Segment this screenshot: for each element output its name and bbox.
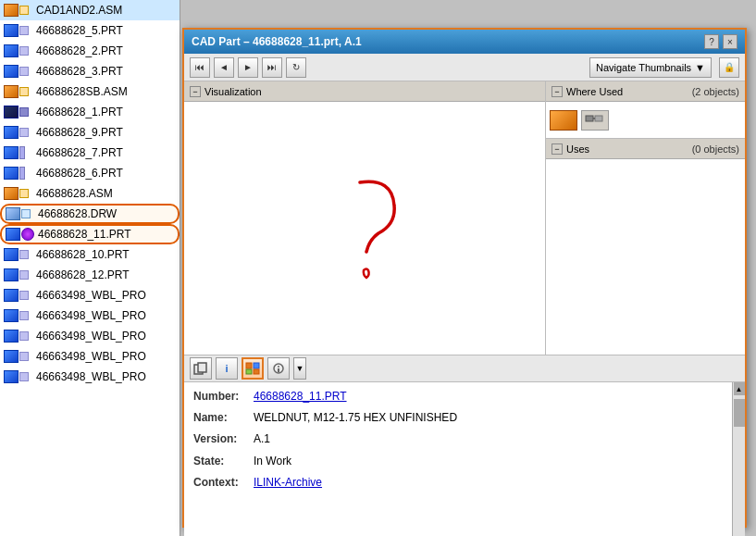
file-item-label: 46688628.ASM bbox=[36, 187, 113, 200]
copy-button[interactable] bbox=[190, 357, 212, 380]
cad-part-dialog: CAD Part – 46688628_11.prt, A.1 ? × ⏮ ◄ … bbox=[182, 28, 747, 528]
list-item[interactable]: 46688628.DRW bbox=[0, 204, 180, 224]
version-label: Version: bbox=[193, 430, 254, 448]
actions-icon bbox=[271, 362, 286, 375]
list-item[interactable]: 46688628SB.ASM bbox=[0, 81, 180, 102]
svg-rect-4 bbox=[198, 363, 206, 372]
uses-collapse-button[interactable]: − bbox=[552, 143, 563, 155]
list-item[interactable]: 46663498_WBL_PRO bbox=[0, 367, 180, 387]
file-item-label: 46688628_11.PRT bbox=[38, 228, 131, 241]
info-toolbar-dropdown[interactable]: ▼ bbox=[293, 357, 306, 380]
svg-rect-8 bbox=[254, 369, 259, 374]
info-number-row: Number: 46688628_11.PRT bbox=[193, 388, 723, 405]
properties-button[interactable] bbox=[242, 357, 264, 380]
where-used-item-2[interactable] bbox=[581, 106, 609, 134]
list-item[interactable]: 46663498_WBL_PRO bbox=[0, 285, 180, 305]
uses-content-area bbox=[546, 159, 745, 355]
nav-prev-button[interactable]: ◄ bbox=[214, 57, 234, 78]
navigate-thumbnails-dropdown[interactable]: Navigate Thumbnails ▼ bbox=[589, 57, 712, 78]
file-item-label: 46688628_5.PRT bbox=[36, 24, 123, 37]
nav-last-button[interactable]: ⏭ bbox=[262, 57, 282, 78]
file-item-label: 46688628_6.PRT bbox=[36, 167, 123, 180]
where-used-item-1[interactable] bbox=[550, 106, 577, 134]
list-item[interactable]: 46663498_WBL_PRO bbox=[0, 326, 180, 346]
scrollbar-thumb[interactable] bbox=[734, 399, 745, 427]
visualization-header-label: Visualization bbox=[204, 86, 262, 97]
file-type-icon bbox=[4, 124, 33, 141]
file-item-label: 46688628_2.PRT bbox=[36, 44, 123, 57]
dialog-window-controls: ? × bbox=[704, 34, 737, 49]
list-item[interactable]: 46688628_1.PRT bbox=[0, 102, 180, 122]
name-label: Name: bbox=[193, 409, 254, 427]
uses-label: Uses bbox=[566, 143, 589, 155]
list-item[interactable]: 46688628_3.PRT bbox=[0, 61, 180, 81]
context-label: Context: bbox=[193, 474, 254, 492]
info-content: Number: 46688628_11.PRT Name: WELDNUT, M… bbox=[184, 382, 732, 536]
uses-header: − Uses (0 objects) bbox=[546, 139, 745, 159]
list-item[interactable]: 46663498_WBL_PRO bbox=[0, 305, 180, 326]
file-item-label: 46663498_WBL_PRO bbox=[36, 289, 146, 302]
wu-icon2-svg bbox=[584, 112, 606, 129]
list-item[interactable]: 46688628_5.PRT bbox=[0, 20, 180, 41]
where-used-icon-1 bbox=[550, 110, 577, 131]
nav-refresh-button[interactable]: ↻ bbox=[286, 57, 306, 78]
visualization-collapse-button[interactable]: − bbox=[190, 86, 201, 97]
number-label: Number: bbox=[193, 388, 254, 405]
list-item[interactable]: 46688628_7.PRT bbox=[0, 143, 180, 163]
visualization-header: − Visualization bbox=[184, 81, 545, 102]
where-used-collapse-button[interactable]: − bbox=[552, 86, 563, 97]
list-item[interactable]: 46688628_12.PRT bbox=[0, 265, 180, 285]
where-used-label: Where Used bbox=[566, 86, 623, 97]
file-item-label: 46688628_12.PRT bbox=[36, 268, 130, 281]
actions-button[interactable] bbox=[267, 357, 290, 380]
list-item[interactable]: 46688628_6.PRT bbox=[0, 163, 180, 183]
context-value[interactable]: ILINK-Archive bbox=[254, 474, 322, 492]
list-item[interactable]: 46688628_2.PRT bbox=[0, 41, 180, 61]
visualization-content bbox=[184, 102, 545, 355]
info-icon: i bbox=[225, 363, 228, 374]
file-type-icon bbox=[4, 104, 33, 120]
state-label: State: bbox=[193, 453, 254, 470]
dialog-help-button[interactable]: ? bbox=[704, 34, 719, 49]
info-button[interactable]: i bbox=[216, 357, 238, 380]
file-item-label: 46688628_9.PRT bbox=[36, 126, 123, 139]
file-type-icon bbox=[4, 287, 33, 304]
where-used-count: (2 objects) bbox=[692, 86, 739, 97]
file-item-label: 46663498_WBL_PRO bbox=[36, 350, 146, 363]
copy-icon bbox=[193, 362, 208, 375]
list-item[interactable]: CAD1AND2.ASM bbox=[0, 0, 180, 20]
file-item-label: 46663498_WBL_PRO bbox=[36, 330, 146, 343]
where-used-header: − Where Used (2 objects) bbox=[546, 81, 745, 102]
nav-first-button[interactable]: ⏮ bbox=[190, 57, 210, 78]
file-type-icon bbox=[4, 267, 33, 283]
content-split: − Visualization − Where Used bbox=[184, 81, 745, 355]
file-item-label: 46688628_1.PRT bbox=[36, 106, 123, 118]
file-type-icon bbox=[4, 348, 33, 365]
visualization-question-mark bbox=[309, 155, 420, 303]
file-item-label: 46688628_7.PRT bbox=[36, 146, 123, 159]
file-item-label: 46688628.DRW bbox=[38, 207, 117, 220]
lock-button[interactable]: 🔒 bbox=[719, 57, 739, 78]
where-used-items-area bbox=[546, 102, 745, 139]
info-name-row: Name: WELDNUT, M12-1.75 HEX UNFINISHED bbox=[193, 409, 723, 427]
number-value[interactable]: 46688628_11.PRT bbox=[254, 388, 347, 405]
list-item[interactable]: 46688628_9.PRT bbox=[0, 122, 180, 143]
state-value: In Work bbox=[254, 453, 291, 470]
list-item[interactable]: 46688628_11.PRT bbox=[0, 224, 180, 244]
uses-count: (0 objects) bbox=[692, 143, 739, 155]
file-item-label: CAD1AND2.ASM bbox=[36, 4, 122, 17]
file-type-icon bbox=[4, 307, 33, 324]
file-item-label: 46688628_10.PRT bbox=[36, 248, 130, 261]
file-type-icon bbox=[4, 165, 33, 181]
nav-next-button[interactable]: ► bbox=[238, 57, 258, 78]
list-item[interactable]: 46663498_WBL_PRO bbox=[0, 346, 180, 367]
file-type-icon bbox=[4, 63, 33, 80]
dialog-close-button[interactable]: × bbox=[723, 34, 737, 49]
info-context-row: Context: ILINK-Archive bbox=[193, 474, 723, 492]
file-type-icon bbox=[4, 185, 33, 202]
info-state-row: State: In Work bbox=[193, 453, 723, 470]
list-item[interactable]: 46688628_10.PRT bbox=[0, 244, 180, 265]
file-type-icon bbox=[4, 246, 33, 263]
list-item[interactable]: 46688628.ASM bbox=[0, 183, 180, 204]
info-scrollbar[interactable]: ▲ ▼ bbox=[732, 382, 745, 536]
